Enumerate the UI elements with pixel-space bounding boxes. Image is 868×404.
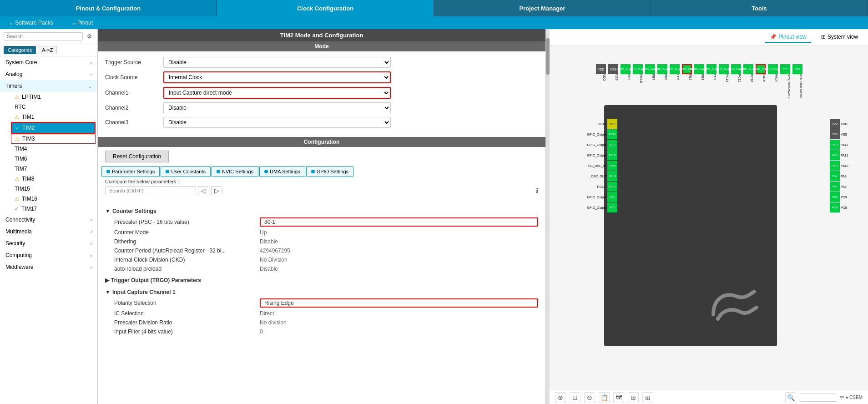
sidebar-item-tim17[interactable]: ✓ TIM17 <box>9 204 97 214</box>
channel3-select[interactable]: Disable <box>163 117 391 128</box>
system-view-icon: ⊞ <box>821 34 826 40</box>
nav-prev-icon[interactable]: ◁ <box>198 186 209 195</box>
pin-pa8: PA8 PA8 <box>830 182 859 192</box>
clock-source-select[interactable]: Internal Clock <box>163 71 391 83</box>
channel1-row: Channel1 Input Capture direct mode <box>105 85 538 101</box>
sidebar-item-tim6[interactable]: TIM6 <box>9 154 97 164</box>
pcb-board <box>604 105 777 346</box>
tab-dot <box>311 170 315 173</box>
polarity-value[interactable]: Rising Edge <box>260 298 538 308</box>
pin-pf0: CC_OSC_IN PF0-0 <box>581 161 617 171</box>
search-input[interactable] <box>4 32 83 40</box>
clock-source-label: Clock Source <box>105 74 160 81</box>
prescaler-value[interactable]: 80-1 <box>260 217 538 227</box>
check-icon: ✓ <box>15 206 19 212</box>
sidebar-item-tim4[interactable]: TIM4 <box>9 144 97 154</box>
pin-vdd-right: VDD VDD <box>830 119 859 129</box>
tab-categories[interactable]: Categories <box>4 46 36 54</box>
param-row-polarity: Polarity Selection Rising Edge <box>105 297 538 309</box>
scrollbar-thumb[interactable] <box>546 38 550 75</box>
sidebar-item-computing[interactable]: Computing › <box>0 249 97 261</box>
sidebar-item-security[interactable]: Security › <box>0 237 97 249</box>
reset-configuration-button[interactable]: Reset Configuration <box>105 151 169 162</box>
nav-next-icon[interactable]: ▷ <box>211 186 222 195</box>
pin-pa10: PA10 PA10 <box>830 161 859 171</box>
pin-pc9: PC9 PC9 <box>830 192 859 202</box>
sidebar-item-tim3[interactable]: ⚠ TIM3 <box>11 134 96 144</box>
pin-pa11: PA11 PA11 <box>830 150 859 160</box>
panel-title: TIM2 Mode and Configuration <box>98 29 545 41</box>
top-nav: Pinout & Configuration Clock Configurati… <box>0 0 868 16</box>
chevron-right-icon: › <box>91 241 92 246</box>
tab-dma-settings[interactable]: DMA Settings <box>259 166 305 177</box>
layer-button[interactable]: ⊞ <box>642 392 653 403</box>
map-button[interactable]: 🗺 <box>613 392 624 403</box>
sidebar-item-tim8[interactable]: ⚠ TIM8 <box>9 174 97 184</box>
tab-system-view[interactable]: ⊞ System view <box>817 32 863 43</box>
st-logo <box>709 287 763 328</box>
channel2-select[interactable]: Disable <box>163 102 391 113</box>
param-row-ic-selection: IC Selection Direct <box>105 309 538 318</box>
sub-nav-pinout[interactable]: ⌄ Pinout <box>71 20 93 26</box>
sidebar-item-tim1[interactable]: ⚠ TIM1 <box>9 112 97 122</box>
right-panel-header: 📌 Pinout view ⊞ System view <box>550 29 868 46</box>
search-button[interactable]: 🔍 <box>785 392 796 403</box>
sidebar-item-tim16[interactable]: ⚠ TIM16 <box>9 194 97 204</box>
pcb-container: VDD VDD VSS VSS GPIO_Output PB9 GPIO_Out… <box>550 46 868 404</box>
sidebar-item-tim7[interactable]: TIM7 <box>9 164 97 174</box>
sidebar-item-system-core[interactable]: System Core › <box>0 56 97 68</box>
sidebar-item-middleware[interactable]: Middleware › <box>0 261 97 273</box>
sidebar-item-lptim1[interactable]: ⚠ LPTIM1 <box>9 92 97 102</box>
sidebar-item-connectivity[interactable]: Connectivity › <box>0 214 97 226</box>
sidebar-item-rtc[interactable]: RTC <box>9 102 97 112</box>
mode-section-header: Mode <box>98 41 545 51</box>
sidebar-item-analog[interactable]: Analog › <box>0 68 97 80</box>
tab-dot <box>106 170 110 173</box>
sub-nav-software-packs[interactable]: ⌄ Software Packs <box>9 20 53 26</box>
pin-vss-right: VSS VSS <box>830 129 859 139</box>
right-panel: 📌 Pinout view ⊞ System view VDD VDD VSS <box>550 29 868 404</box>
trigger-source-select[interactable]: Disable <box>163 57 391 68</box>
channel1-select[interactable]: Input Capture direct mode <box>163 87 391 99</box>
param-search-input[interactable] <box>105 186 196 195</box>
scrollbar[interactable] <box>546 29 550 404</box>
tab-gpio-settings[interactable]: GPIO Settings <box>306 166 353 177</box>
pin-pb5: GPIO_Output PB5 <box>669 64 681 101</box>
warning-icon: ⚠ <box>15 136 20 142</box>
trigger-output-header[interactable]: ▶ Trigger Output (TRGO) Parameters <box>105 275 538 285</box>
tab-dot <box>264 170 268 173</box>
tab-tools[interactable]: Tools <box>651 0 868 16</box>
grid-button[interactable]: ⊞ <box>628 392 639 403</box>
tab-user-constants[interactable]: User Constants <box>161 166 211 177</box>
tab-pinout-view[interactable]: 📌 Pinout view <box>765 32 811 43</box>
tab-nvic-settings[interactable]: NVIC Settings <box>212 166 258 177</box>
copy-button[interactable]: 📋 <box>599 392 610 403</box>
sidebar-item-tim15[interactable]: TIM15 <box>9 184 97 194</box>
param-search-row: ◁ ▷ ℹ <box>98 186 545 199</box>
right-pins: VDD VDD VSS VSS PA12 PA12 PA11 PA11 PA10 <box>830 119 859 212</box>
sidebar-item-tim2[interactable]: ✓ TIM2 <box>11 122 96 134</box>
tab-pinout-config[interactable]: Pinout & Configuration <box>0 0 217 16</box>
input-capture-header[interactable]: ▼ Input Capture Channel 1 <box>105 287 538 297</box>
pin-pc1: GPIO_Output PC1 <box>581 202 617 212</box>
status-text: 中 ♦ CSEM <box>840 394 863 401</box>
sidebar-item-multimedia[interactable]: Multimedia › <box>0 226 97 237</box>
counter-settings-header[interactable]: ▼ Counter Settings <box>105 206 538 216</box>
param-row-dithering: Dithering Disable <box>105 237 538 246</box>
fit-button[interactable]: ⊡ <box>570 392 580 403</box>
tab-project-manager[interactable]: Project Manager <box>434 0 651 16</box>
search-pinout-input[interactable] <box>800 394 836 402</box>
chevron-right-icon: › <box>91 229 92 234</box>
tab-parameter-settings[interactable]: Parameter Settings <box>101 166 160 177</box>
tab-clock-config[interactable]: Clock Configuration <box>217 0 434 16</box>
zoom-in-button[interactable]: ⊕ <box>555 392 566 403</box>
gear-icon[interactable]: ⚙ <box>85 32 94 41</box>
clock-source-row: Clock Source Internal Clock <box>105 70 538 85</box>
tab-az[interactable]: A->Z <box>38 46 57 54</box>
zoom-out-button[interactable]: ⊖ <box>584 392 595 403</box>
warning-icon: ⚠ <box>15 114 19 120</box>
tab-dot <box>166 170 169 173</box>
pin-pc0: GPIO_Output PC0 <box>581 192 617 202</box>
pin-vdd: VDD VDD <box>595 64 607 101</box>
sidebar-item-timers[interactable]: Timers ⌄ <box>0 80 97 92</box>
